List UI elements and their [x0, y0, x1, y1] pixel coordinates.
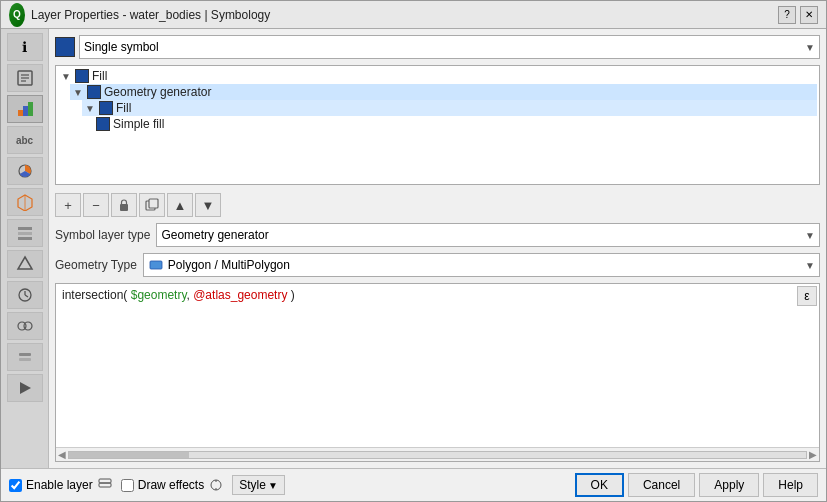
symbol-layer-type-arrow-icon: ▼	[805, 230, 815, 241]
svg-rect-12	[18, 237, 32, 240]
sidebar-item-3d[interactable]	[7, 188, 43, 216]
fill-root-label: Fill	[92, 69, 107, 83]
remove-layer-button[interactable]: −	[83, 193, 109, 217]
move-down-button[interactable]: ▼	[195, 193, 221, 217]
sidebar-item-fields[interactable]	[7, 219, 43, 247]
tree-item-geometry-generator[interactable]: ▼ Geometry generator	[70, 84, 817, 100]
sidebar-item-info[interactable]: ℹ	[7, 33, 43, 61]
tree-item-simple-fill[interactable]: Simple fill	[94, 116, 817, 132]
sidebar-item-source[interactable]	[7, 64, 43, 92]
lock-layer-button[interactable]	[111, 193, 137, 217]
ok-label: OK	[591, 478, 608, 492]
draw-effects-label: Draw effects	[138, 478, 204, 492]
draw-effects-checkbox[interactable]	[121, 479, 134, 492]
simple-fill-color-icon	[96, 117, 110, 131]
3d-icon	[16, 193, 34, 211]
geometry-type-combo[interactable]: Polygon / MultiPolygon ▼	[143, 253, 820, 277]
symbol-type-combo[interactable]: Single symbol ▼	[79, 35, 820, 59]
svg-rect-26	[150, 261, 162, 269]
polygon-icon	[148, 257, 164, 273]
draw-effects-icon	[208, 477, 224, 493]
sidebar-item-labels[interactable]: abc	[7, 126, 43, 154]
cancel-button[interactable]: Cancel	[628, 473, 695, 497]
enable-layer-checkbox[interactable]	[9, 479, 22, 492]
geometry-type-value: Polygon / MultiPolygon	[168, 258, 290, 272]
symbol-layer-type-value: Geometry generator	[161, 228, 268, 242]
svg-rect-23	[120, 204, 128, 211]
move-up-button[interactable]: ▲	[167, 193, 193, 217]
fill-label: Fill	[116, 101, 131, 115]
scroll-left-arrow-icon[interactable]: ◀	[58, 449, 66, 460]
duplicate-layer-button[interactable]	[139, 193, 165, 217]
ok-button[interactable]: OK	[575, 473, 624, 497]
geomgen-color-icon	[87, 85, 101, 99]
expression-editor-button[interactable]: ε	[797, 286, 817, 306]
bottom-left: Enable layer Draw effects Style ▼	[9, 475, 285, 495]
symbol-layer-type-combo[interactable]: Geometry generator ▼	[156, 223, 820, 247]
cancel-label: Cancel	[643, 478, 680, 492]
layer-tree[interactable]: ▼ Fill ▼ Geometry generator ▼ Fill Simpl…	[55, 65, 820, 185]
epsilon-icon: ε	[804, 289, 809, 303]
window-title: Layer Properties - water_bodies | Symbol…	[31, 8, 270, 22]
lock-icon	[117, 198, 131, 212]
apply-label: Apply	[714, 478, 744, 492]
temporal-icon	[16, 286, 34, 304]
duplicate-icon	[145, 198, 159, 212]
enable-layer-row: Enable layer	[9, 477, 113, 493]
expression-content: intersection( $geometry, @atlas_geometry…	[62, 288, 295, 302]
svg-rect-6	[28, 102, 33, 116]
sidebar-item-rendering[interactable]	[7, 250, 43, 278]
scroll-right-arrow-icon[interactable]: ▶	[809, 449, 817, 460]
sidebar-item-auxstorage[interactable]	[7, 343, 43, 371]
sidebar-item-temporal[interactable]	[7, 281, 43, 309]
sidebar-item-symbology[interactable]	[7, 95, 43, 123]
symbology-selector: Single symbol ▼	[55, 35, 820, 59]
svg-rect-4	[18, 110, 23, 116]
expression-text[interactable]: intersection( $geometry, @atlas_geometry…	[56, 284, 819, 447]
tree-item-fill[interactable]: ▼ Fill	[82, 100, 817, 116]
geometry-generator-label: Geometry generator	[104, 85, 211, 99]
apply-button[interactable]: Apply	[699, 473, 759, 497]
sidebar-item-actions[interactable]	[7, 374, 43, 402]
svg-line-17	[25, 295, 28, 297]
add-layer-button[interactable]: +	[55, 193, 81, 217]
qgis-logo-icon: Q	[9, 7, 25, 23]
sidebar-item-joins[interactable]	[7, 312, 43, 340]
style-button[interactable]: Style ▼	[232, 475, 285, 495]
style-arrow-icon: ▼	[268, 480, 278, 491]
scrollbar-thumb[interactable]	[69, 452, 189, 458]
diagrams-icon	[16, 162, 34, 180]
title-bar-left: Q Layer Properties - water_bodies | Symb…	[9, 7, 270, 23]
symbology-icon	[16, 100, 34, 118]
svg-rect-5	[23, 106, 28, 116]
bottom-bar: Enable layer Draw effects Style ▼ OK Can…	[1, 468, 826, 501]
symbol-layer-type-row: Symbol layer type Geometry generator ▼	[55, 223, 820, 247]
svg-marker-22	[20, 382, 31, 394]
svg-rect-11	[18, 232, 32, 235]
source-icon	[16, 69, 34, 87]
tree-item-fill-root[interactable]: ▼ Fill	[58, 68, 817, 84]
horizontal-scrollbar[interactable]: ◀ ▶	[56, 447, 819, 461]
fill-color-icon	[75, 69, 89, 83]
svg-rect-28	[99, 479, 111, 483]
aux-icon	[16, 348, 34, 366]
draw-effects-row: Draw effects	[121, 477, 224, 493]
geometry-type-row: Geometry Type Polygon / MultiPolygon ▼	[55, 253, 820, 277]
help-label: Help	[778, 478, 803, 492]
help-button[interactable]: ?	[778, 6, 796, 24]
symbol-preview-icon	[55, 37, 75, 57]
sidebar-item-diagrams[interactable]	[7, 157, 43, 185]
symbol-type-arrow-icon: ▼	[805, 42, 815, 53]
tree-toolbar: + − ▲ ▼	[55, 193, 820, 217]
scrollbar-track	[68, 451, 807, 459]
svg-rect-27	[99, 483, 111, 487]
fields-icon	[16, 224, 34, 242]
main-window: Q Layer Properties - water_bodies | Symb…	[0, 0, 827, 502]
style-label: Style	[239, 478, 266, 492]
expression-area: intersection( $geometry, @atlas_geometry…	[55, 283, 820, 462]
close-button[interactable]: ✕	[800, 6, 818, 24]
actions-icon	[16, 379, 34, 397]
enable-layer-icon	[97, 477, 113, 493]
help-button-bottom[interactable]: Help	[763, 473, 818, 497]
geometry-type-arrow-icon: ▼	[805, 260, 815, 271]
